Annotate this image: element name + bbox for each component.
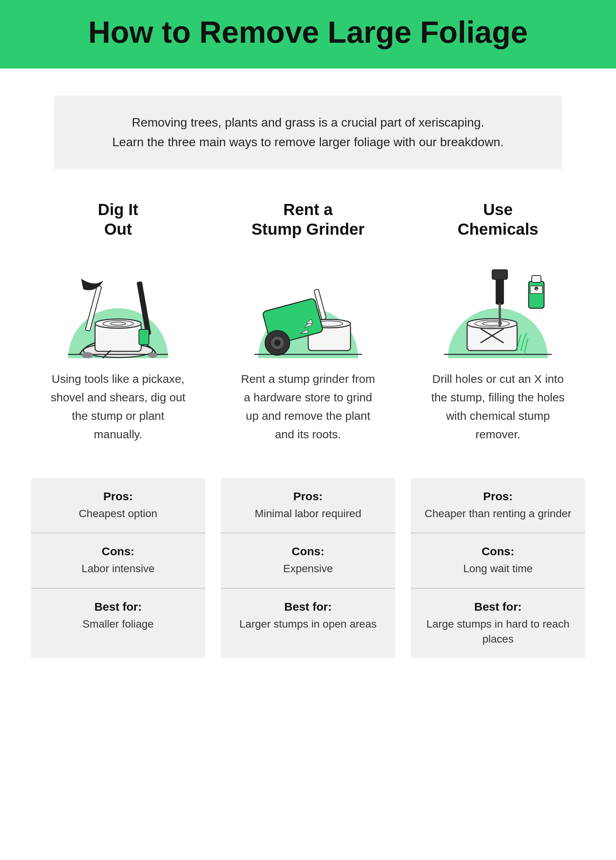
chemicals-best-section: Best for: Large stumps in hard to reach … [411,589,585,658]
method-dig-illustration [53,250,184,358]
svg-rect-30 [532,276,541,282]
chemicals-pros-section: Pros: Cheaper than renting a grinder [411,478,585,533]
dig-svg [60,258,176,358]
dig-cons-label: Cons: [38,545,198,558]
header-section: How to Remove Large Foliage [0,0,616,68]
methods-container: Dig ItOut [0,192,616,471]
grinder-cons-label: Cons: [229,545,388,558]
method-grinder-title: Rent aStump Grinder [251,200,364,239]
grinder-best-section: Best for: Larger stumps in open areas [221,589,396,643]
method-grinder-illustration [243,250,374,358]
svg-rect-27 [492,270,507,279]
dig-pros-section: Pros: Cheapest option [31,478,205,533]
dig-cons-value: Labor intensive [38,561,198,576]
page-title: How to Remove Large Foliage [23,15,593,49]
svg-point-17 [274,340,280,346]
dig-best-value: Smaller foliage [38,616,198,631]
chemicals-best-label: Best for: [418,600,578,613]
pros-cons-dig: Pros: Cheapest option Cons: Labor intens… [31,478,205,658]
chemicals-pros-label: Pros: [418,490,578,503]
method-grinder-description: Rent a stump grinder from a hardware sto… [235,370,381,444]
method-chemicals: UseChemicals [411,200,585,455]
intro-section: Removing trees, plants and grass is a cr… [54,95,562,169]
grinder-cons-value: Expensive [229,561,388,576]
svg-rect-6 [139,329,149,345]
method-chemicals-illustration: ✕ [432,250,563,358]
chemicals-cons-value: Long wait time [418,561,578,576]
pros-cons-container: Pros: Cheapest option Cons: Labor intens… [0,471,616,681]
method-grinder: Rent aStump Grinder [221,200,396,455]
pros-cons-grinder: Pros: Minimal labor required Cons: Expen… [221,478,396,658]
chemicals-pros-value: Cheaper than renting a grinder [418,506,578,521]
grinder-cons-section: Cons: Expensive [221,533,396,588]
chemicals-cons-label: Cons: [418,545,578,558]
dig-cons-section: Cons: Labor intensive [31,533,205,588]
grinder-svg [247,258,370,358]
grinder-best-label: Best for: [229,600,388,613]
svg-rect-29 [529,281,544,308]
svg-point-10 [148,352,157,358]
dig-best-label: Best for: [38,600,198,613]
chemicals-svg: ✕ [436,258,559,358]
grinder-pros-section: Pros: Minimal labor required [221,478,396,533]
grinder-pros-label: Pros: [229,490,388,503]
method-chemicals-description: Drill holes or cut an X into the stump, … [425,370,571,444]
method-dig: Dig ItOut [31,200,205,455]
intro-text: Removing trees, plants and grass is a cr… [85,113,531,152]
pros-cons-chemicals: Pros: Cheaper than renting a grinder Con… [411,478,585,658]
grinder-best-value: Larger stumps in open areas [229,616,388,631]
chemicals-cons-section: Cons: Long wait time [411,533,585,588]
svg-text:✕: ✕ [535,288,538,291]
method-chemicals-title: UseChemicals [457,200,538,239]
grinder-pros-value: Minimal labor required [229,506,388,521]
dig-best-section: Best for: Smaller foliage [31,589,205,643]
method-dig-title: Dig ItOut [98,200,138,239]
dig-pros-value: Cheapest option [38,506,198,521]
svg-point-9 [82,352,93,358]
chemicals-best-value: Large stumps in hard to reach places [418,616,578,646]
method-dig-description: Using tools like a pickaxe, shovel and s… [45,370,191,444]
dig-pros-label: Pros: [38,490,198,503]
